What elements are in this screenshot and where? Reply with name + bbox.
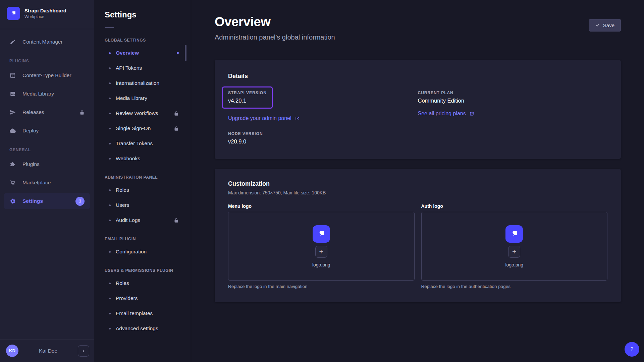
workspace-brand[interactable]: Strapi Dashboard Workplace bbox=[0, 0, 94, 27]
subnav-item-roles[interactable]: Roles bbox=[94, 184, 187, 196]
subnav-item-label: Internationalization bbox=[116, 80, 159, 86]
subnav-item-label: Providers bbox=[116, 295, 138, 301]
auth-logo-caption: Replace the logo in the authentication p… bbox=[421, 284, 608, 289]
subnav-item-configuration[interactable]: Configuration bbox=[94, 245, 187, 258]
avatar[interactable]: KD bbox=[6, 345, 18, 357]
sidebar-item-label: Deploy bbox=[22, 128, 39, 134]
subnav-title: Settings bbox=[94, 10, 191, 19]
details-left-column: STRAPI VERSION v4.20.1 Upgrade your admi… bbox=[228, 86, 418, 145]
subnav-item-overview[interactable]: Overview bbox=[94, 47, 187, 59]
settings-subnav: Settings GLOBAL SETTINGS Overview API To… bbox=[94, 0, 191, 362]
sidebar-item-content-manager[interactable]: Content Manager bbox=[4, 34, 90, 50]
subnav-item-label: Audit Logs bbox=[116, 217, 140, 223]
page-header: Overview Administration panel’s global i… bbox=[215, 15, 621, 41]
subnav-section-users-permissions-plugin: USERS & PERMISSIONS PLUGIN bbox=[105, 268, 183, 273]
save-button[interactable]: Save bbox=[589, 19, 621, 32]
paper-plane-icon bbox=[9, 109, 16, 116]
subnav-item-advanced-settings[interactable]: Advanced settings bbox=[94, 322, 187, 335]
add-auth-logo-button[interactable]: + bbox=[508, 246, 520, 258]
pricing-plans-link[interactable]: See all pricing plans bbox=[418, 111, 474, 117]
subnav-section-email-plugin: EMAIL PLUGIN bbox=[105, 237, 183, 241]
lock-icon bbox=[174, 111, 179, 116]
subnav-item-transfer-tokens[interactable]: Transfer Tokens bbox=[94, 137, 187, 150]
gear-icon bbox=[9, 198, 16, 204]
cloud-icon bbox=[9, 127, 16, 134]
subnav-item-users[interactable]: Users bbox=[94, 199, 187, 212]
bullet-icon bbox=[109, 313, 111, 314]
lock-icon bbox=[174, 218, 179, 223]
workspace-subtitle: Workplace bbox=[24, 14, 66, 19]
check-icon bbox=[595, 23, 600, 27]
sidebar-item-label: Releases bbox=[22, 109, 44, 115]
sidebar-item-label: Content-Type Builder bbox=[22, 72, 71, 78]
auth-logo-field: Auth logo + logo.png Replace the logo bbox=[421, 203, 608, 289]
puzzle-icon bbox=[9, 161, 16, 168]
sidebar-nav: Content Manager PLUGINS Content-Type Bui… bbox=[0, 29, 94, 339]
collapse-sidebar-button[interactable] bbox=[78, 345, 89, 357]
page-subtitle: Administration panel’s global informatio… bbox=[215, 34, 335, 41]
bullet-icon bbox=[109, 298, 111, 299]
help-button[interactable]: ? bbox=[625, 342, 639, 357]
customization-subtitle: Max dimension: 750×750, Max file size: 1… bbox=[228, 190, 607, 195]
current-plan-value: Community Edition bbox=[418, 98, 608, 104]
sidebar-item-releases[interactable]: Releases bbox=[4, 104, 90, 120]
subnav-item-review-workflows[interactable]: Review Workflows bbox=[94, 107, 187, 120]
bullet-icon bbox=[109, 204, 111, 206]
subnav-item-label: Single Sign-On bbox=[116, 125, 151, 131]
sidebar-item-marketplace[interactable]: Marketplace bbox=[4, 175, 90, 191]
bullet-icon bbox=[109, 158, 111, 160]
subnav-item-label: Webhooks bbox=[116, 156, 140, 162]
subnav-item-label: Overview bbox=[116, 50, 139, 56]
subnav-item-media-library[interactable]: Media Library bbox=[94, 92, 187, 105]
logo-upload-row: Menu logo + logo.png Replace the logo bbox=[228, 203, 607, 289]
strapi-logo-icon bbox=[313, 225, 330, 243]
sidebar-item-label: Content Manager bbox=[22, 39, 63, 45]
sidebar-item-plugins[interactable]: Plugins bbox=[4, 156, 90, 172]
strapi-version-value: v4.20.1 bbox=[228, 98, 267, 104]
sidebar-item-media-library[interactable]: Media Library bbox=[4, 86, 90, 102]
subnav-item-up-roles[interactable]: Roles bbox=[94, 277, 187, 290]
customization-title: Customization bbox=[228, 180, 607, 187]
bullet-icon bbox=[109, 283, 111, 284]
sidebar-section-general: GENERAL bbox=[9, 147, 89, 152]
user-name: Kai Doe bbox=[18, 348, 78, 354]
subnav-scrollbar-thumb[interactable] bbox=[185, 45, 186, 61]
subnav-item-api-tokens[interactable]: API Tokens bbox=[94, 62, 187, 74]
subnav-item-internationalization[interactable]: Internationalization bbox=[94, 77, 187, 89]
auth-logo-filename: logo.png bbox=[505, 262, 523, 267]
strapi-logo-icon bbox=[7, 7, 20, 20]
subnav-item-webhooks[interactable]: Webhooks bbox=[94, 152, 187, 165]
subnav-item-label: API Tokens bbox=[116, 65, 142, 71]
sidebar-footer: KD Kai Doe bbox=[0, 339, 94, 362]
add-menu-logo-button[interactable]: + bbox=[315, 246, 327, 258]
sidebar-item-deploy[interactable]: Deploy bbox=[4, 123, 90, 139]
sidebar-item-label: Settings bbox=[22, 198, 43, 204]
auth-logo-upload-box[interactable]: + logo.png bbox=[421, 212, 608, 281]
menu-logo-filename: logo.png bbox=[312, 262, 330, 267]
bullet-icon bbox=[109, 113, 111, 114]
strapi-version-label: STRAPI VERSION bbox=[228, 90, 267, 95]
external-link-icon bbox=[295, 116, 300, 121]
upgrade-admin-panel-link[interactable]: Upgrade your admin panel bbox=[228, 115, 300, 121]
sidebar-item-settings[interactable]: Settings 1 bbox=[4, 193, 90, 209]
menu-logo-upload-box[interactable]: + logo.png bbox=[228, 212, 415, 281]
subnav-item-label: Advanced settings bbox=[116, 325, 158, 331]
auth-logo-label: Auth logo bbox=[421, 203, 608, 209]
subnav-item-label: Users bbox=[116, 202, 129, 208]
subnav-item-providers[interactable]: Providers bbox=[94, 292, 187, 305]
strapi-logo-icon bbox=[505, 225, 523, 243]
subnav-item-single-sign-on[interactable]: Single Sign-On bbox=[94, 122, 187, 135]
pricing-link-label: See all pricing plans bbox=[418, 111, 466, 117]
bullet-icon bbox=[109, 328, 111, 329]
subnav-item-email-templates[interactable]: Email templates bbox=[94, 307, 187, 320]
subnav-item-audit-logs[interactable]: Audit Logs bbox=[94, 214, 187, 227]
subnav-item-label: Transfer Tokens bbox=[116, 140, 153, 146]
sidebar-item-content-type-builder[interactable]: Content-Type Builder bbox=[4, 67, 90, 83]
chevron-left-icon bbox=[81, 349, 86, 353]
subnav-item-label: Roles bbox=[116, 187, 129, 193]
subnav-item-label: Review Workflows bbox=[116, 110, 158, 116]
external-link-icon bbox=[469, 111, 474, 116]
details-right-column: CURRENT PLAN Community Edition See all p… bbox=[418, 90, 608, 145]
layout-icon bbox=[9, 72, 16, 79]
menu-logo-label: Menu logo bbox=[228, 203, 415, 209]
